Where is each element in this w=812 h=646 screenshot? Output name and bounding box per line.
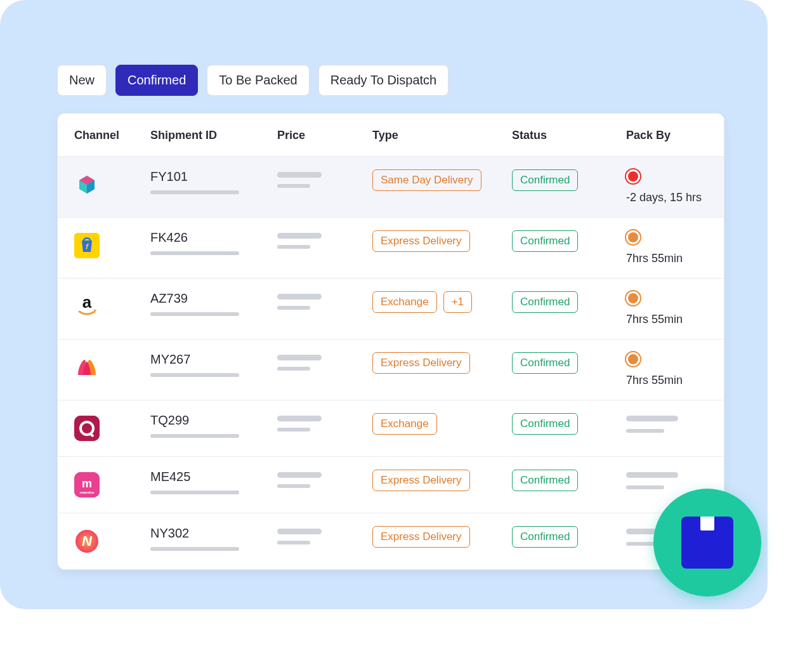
skeleton-line: [626, 429, 664, 433]
type-tag: Express Delivery: [372, 470, 470, 491]
cell-status: Confirmed: [512, 169, 626, 191]
cell-price: [277, 291, 372, 310]
shipment-id: ME425: [150, 470, 277, 484]
type-tag: Express Delivery: [372, 526, 470, 548]
cell-pack-by: -2 days, 15 hrs: [626, 169, 724, 204]
floating-package-button[interactable]: [653, 489, 761, 597]
skeleton-line: [150, 312, 239, 316]
shipment-id: TQ299: [150, 413, 277, 428]
svg-text:N: N: [82, 533, 93, 549]
svg-text:meesho: meesho: [80, 491, 95, 494]
cell-type: Express Delivery: [372, 352, 512, 374]
cell-channel: [74, 413, 150, 444]
svg-rect-3: [74, 416, 100, 441]
pack-by-text: 7hrs 55min: [626, 252, 724, 265]
cell-shipment-id: ME425: [150, 470, 277, 494]
skeleton-line: [277, 245, 310, 249]
cell-shipment-id: FK426: [150, 230, 277, 255]
cell-channel: N: [74, 526, 150, 557]
svg-text:a: a: [82, 294, 92, 312]
type-tag: Exchange: [372, 413, 437, 435]
flipkart-icon: f: [74, 233, 100, 258]
cell-type: Same Day Delivery: [372, 169, 512, 191]
cell-status: Confirmed: [512, 291, 626, 313]
due-soon-indicator-icon: [626, 230, 640, 244]
cell-channel: f: [74, 230, 150, 261]
pack-by-text: -2 days, 15 hrs: [626, 191, 724, 204]
cell-type: Express Delivery: [372, 230, 512, 252]
tab-confirmed[interactable]: Confirmed: [115, 65, 198, 96]
cell-shipment-id: AZ739: [150, 291, 277, 316]
skeleton-line: [277, 428, 310, 432]
cell-status: Confirmed: [512, 526, 626, 548]
tab-ready-to-dispatch[interactable]: Ready To Dispatch: [318, 65, 449, 96]
skeleton-line: [277, 541, 310, 544]
col-channel: Channel: [74, 129, 150, 142]
due-soon-indicator-icon: [626, 352, 640, 366]
package-icon: [681, 517, 733, 569]
col-price: Price: [277, 129, 372, 142]
cell-channel: mmeesho: [74, 470, 150, 500]
status-badge: Confirmed: [512, 230, 578, 252]
skeleton-line: [277, 472, 322, 478]
skeleton-line: [277, 306, 310, 310]
cell-channel: [74, 169, 150, 200]
shipment-id: NY302: [150, 526, 277, 541]
cell-status: Confirmed: [512, 413, 626, 435]
cell-status: Confirmed: [512, 230, 626, 252]
cell-price: [277, 230, 372, 249]
skeleton-line: [277, 294, 322, 300]
meesho-icon: mmeesho: [74, 472, 100, 498]
cell-pack-by: 7hrs 55min: [626, 352, 724, 387]
shipment-id: MY267: [150, 352, 277, 367]
cell-price: [277, 526, 372, 544]
svg-text:m: m: [82, 477, 92, 490]
status-badge: Confirmed: [512, 470, 578, 491]
skeleton-line: [150, 190, 239, 194]
pack-by-text: 7hrs 55min: [626, 313, 724, 326]
col-type: Type: [372, 129, 512, 142]
table-row[interactable]: fFK426Express DeliveryConfirmed7hrs 55mi…: [58, 217, 724, 278]
cell-channel: a: [74, 291, 150, 322]
cell-shipment-id: MY267: [150, 352, 277, 377]
table-row[interactable]: FY101Same Day DeliveryConfirmed-2 days, …: [58, 157, 724, 217]
skeleton-line: [277, 184, 310, 188]
skeleton-line: [150, 434, 239, 438]
pack-by-text: 7hrs 55min: [626, 374, 724, 387]
status-badge: Confirmed: [512, 413, 578, 435]
cell-price: [277, 470, 372, 488]
skeleton-line: [277, 529, 322, 534]
nykaa-icon: N: [74, 529, 100, 554]
tab-new[interactable]: New: [57, 65, 107, 96]
due-soon-indicator-icon: [626, 291, 640, 305]
status-badge: Confirmed: [512, 352, 578, 374]
cell-pack-by: 7hrs 55min: [626, 230, 724, 265]
tab-to-be-packed[interactable]: To Be Packed: [207, 65, 309, 96]
table-row[interactable]: mmeeshoME425Express DeliveryConfirmed: [58, 456, 724, 513]
cell-price: [277, 352, 372, 371]
type-tag: Exchange: [372, 291, 437, 313]
type-tag: Express Delivery: [372, 352, 470, 374]
skeleton-line: [150, 547, 239, 551]
skeleton-line: [150, 251, 239, 255]
cell-type: Express Delivery: [372, 470, 512, 491]
table-row[interactable]: TQ299ExchangeConfirmed: [58, 400, 724, 456]
skeleton-line: [277, 233, 322, 239]
overdue-indicator-icon: [626, 169, 640, 183]
shipment-id: FY101: [150, 169, 277, 184]
cell-pack-by: 7hrs 55min: [626, 291, 724, 326]
status-tabs: New Confirmed To Be Packed Ready To Disp…: [57, 65, 449, 96]
table-row[interactable]: NNY302Express DeliveryConfirmed: [58, 513, 724, 569]
cell-pack-by: [626, 413, 724, 433]
type-tag: +1: [443, 291, 472, 313]
status-badge: Confirmed: [512, 169, 578, 191]
orders-table: Channel Shipment ID Price Type Status Pa…: [57, 113, 724, 570]
shipment-id: FK426: [150, 230, 277, 245]
col-pack-by: Pack By: [626, 129, 724, 142]
tataq-icon: [74, 416, 100, 441]
table-row[interactable]: MY267Express DeliveryConfirmed7hrs 55min: [58, 339, 724, 400]
skeleton-line: [277, 484, 310, 488]
table-row[interactable]: aAZ739Exchange+1Confirmed7hrs 55min: [58, 278, 724, 339]
cell-status: Confirmed: [512, 470, 626, 491]
cell-type: Express Delivery: [372, 526, 512, 548]
